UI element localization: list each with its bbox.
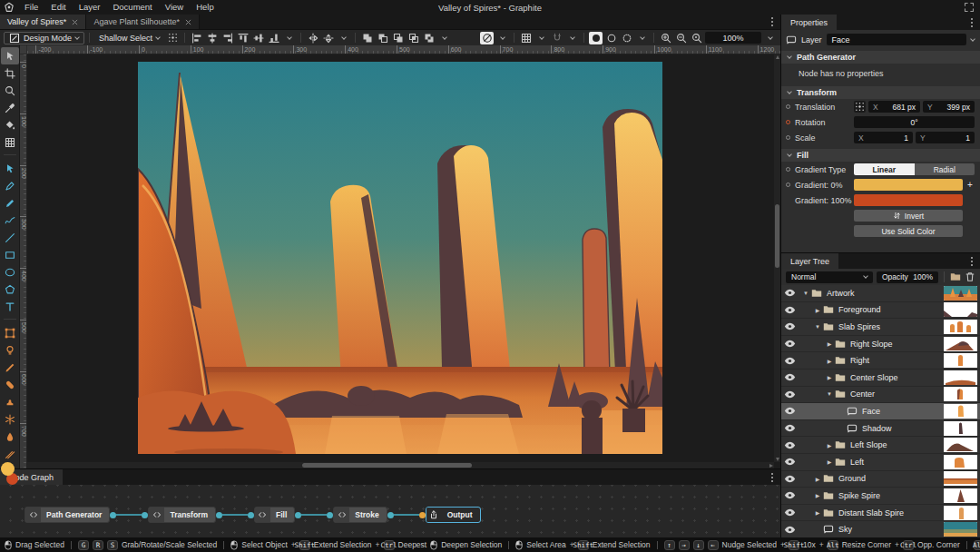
freehand-tool[interactable] xyxy=(1,194,19,212)
layer-visibility-icon[interactable] xyxy=(781,424,798,432)
fullscreen-icon[interactable] xyxy=(964,2,975,13)
section-header-path-generator[interactable]: Path Generator xyxy=(781,51,980,64)
gradient-stop-0-swatch[interactable] xyxy=(854,179,963,191)
expose-toggle[interactable] xyxy=(786,135,790,140)
tab-layer-tree[interactable]: Layer Tree xyxy=(781,253,838,269)
expand-collapse-arrow[interactable]: ▶ xyxy=(825,442,834,448)
view-mode-outline-button[interactable] xyxy=(604,32,618,44)
document-tab[interactable]: Agave Plant Silhouette* xyxy=(86,15,200,29)
detail-tool[interactable] xyxy=(1,428,19,445)
input-port[interactable] xyxy=(419,512,426,518)
line-tool[interactable] xyxy=(1,229,19,246)
gradient-stop-100-swatch[interactable] xyxy=(854,194,963,206)
flip-options-dropdown[interactable] xyxy=(337,32,350,44)
properties-options-icon[interactable] xyxy=(964,17,980,28)
brush-tool[interactable] xyxy=(1,359,19,376)
frame-tool[interactable] xyxy=(1,324,19,341)
zoom-in-button[interactable] xyxy=(659,32,672,44)
artboard-tool[interactable] xyxy=(1,64,19,82)
layer-visibility-icon[interactable] xyxy=(781,340,798,348)
layer-row-center[interactable]: ▼Center xyxy=(781,387,980,404)
menu-view[interactable]: View xyxy=(159,0,190,15)
layer-visibility-icon[interactable] xyxy=(781,373,798,381)
input-port[interactable] xyxy=(248,512,254,518)
layer-row-center-slope[interactable]: ▶Center Slope xyxy=(781,370,980,387)
zoom-level-field[interactable]: 100% xyxy=(705,32,761,44)
rotation-field[interactable]: 0° xyxy=(854,116,975,128)
relight-tool[interactable] xyxy=(1,445,19,462)
expand-collapse-arrow[interactable]: ▼ xyxy=(825,391,834,397)
node-fill[interactable]: Fill xyxy=(254,507,295,523)
output-port[interactable] xyxy=(110,512,116,518)
layer-row-ground[interactable]: ▶Ground xyxy=(781,471,980,488)
select-mode-dropdown[interactable]: Shallow Select xyxy=(94,32,164,44)
pivot-button[interactable] xyxy=(166,32,180,44)
section-header-transform[interactable]: Transform xyxy=(781,86,980,99)
snapping-dropdown[interactable] xyxy=(565,32,579,44)
fill-color-swatch[interactable] xyxy=(1,462,15,476)
gradient-type-radial[interactable]: Radial xyxy=(915,163,975,175)
eyedropper-tool[interactable] xyxy=(1,99,19,116)
expand-collapse-arrow[interactable]: ▼ xyxy=(813,324,822,330)
view-mode-normal-button[interactable] xyxy=(589,32,603,44)
new-folder-button[interactable] xyxy=(950,272,961,281)
section-header-fill[interactable]: Fill xyxy=(781,149,980,162)
tab-properties[interactable]: Properties xyxy=(781,15,837,30)
menu-file[interactable]: File xyxy=(18,0,44,15)
align-bottom-button[interactable] xyxy=(267,32,280,44)
expand-collapse-arrow[interactable]: ▶ xyxy=(825,340,834,347)
node-transform[interactable]: Transform xyxy=(148,507,216,523)
graphite-logo-icon[interactable] xyxy=(0,2,18,13)
layer-row-sky[interactable]: Sky xyxy=(781,521,980,537)
overlays-toggle[interactable] xyxy=(480,32,494,44)
snapping-grid-toggle[interactable] xyxy=(519,32,533,44)
layer-visibility-icon[interactable] xyxy=(781,508,798,517)
node-graph-canvas[interactable]: Path GeneratorTransformFillStrokeOutput xyxy=(0,485,780,537)
working-colors[interactable] xyxy=(1,462,19,485)
flip-vertical-button[interactable] xyxy=(321,32,335,44)
snapping-grid-dropdown[interactable] xyxy=(534,32,548,44)
menu-document[interactable]: Document xyxy=(106,0,158,15)
menu-layer[interactable]: Layer xyxy=(73,0,107,15)
layer-tree-options-icon[interactable] xyxy=(964,256,980,267)
opacity-slider[interactable]: Opacity 100% xyxy=(877,271,938,283)
layer-visibility-icon[interactable] xyxy=(781,458,798,466)
layer-visibility-icon[interactable] xyxy=(781,289,798,297)
ellipse-tool[interactable] xyxy=(1,263,19,281)
flip-horizontal-button[interactable] xyxy=(306,32,319,44)
boolean-subtract-front-button[interactable] xyxy=(376,32,389,44)
document-tab[interactable]: Valley of Spires* xyxy=(0,15,86,29)
layer-visibility-icon[interactable] xyxy=(781,441,798,449)
layer-row-shadow[interactable]: Shadow xyxy=(781,420,980,438)
layer-row-slab-spires[interactable]: ▼Slab Spires xyxy=(781,319,980,336)
layer-row-artwork[interactable]: ▼Artwork xyxy=(781,285,980,302)
zoom-out-button[interactable] xyxy=(674,32,688,44)
horizontal-scrollbar[interactable] xyxy=(27,462,774,468)
scale-x-field[interactable]: X 1 xyxy=(854,132,913,143)
expand-collapse-arrow[interactable]: ▶ xyxy=(825,358,834,364)
boolean-intersect-button[interactable] xyxy=(407,32,420,44)
delete-layer-button[interactable] xyxy=(965,271,975,282)
close-tab-icon[interactable] xyxy=(72,19,78,25)
layer-row-left[interactable]: ▶Left xyxy=(781,454,980,471)
expand-collapse-arrow[interactable]: ▶ xyxy=(813,476,822,482)
expand-collapse-arrow[interactable]: ▶ xyxy=(813,509,822,516)
spline-tool[interactable] xyxy=(1,212,19,229)
pen-tool[interactable] xyxy=(1,177,19,194)
patch-tool[interactable] xyxy=(1,410,19,428)
chevron-down-icon[interactable] xyxy=(970,36,975,42)
layer-visibility-icon[interactable] xyxy=(781,322,798,330)
boolean-subtract-back-button[interactable] xyxy=(391,32,405,44)
expose-toggle[interactable] xyxy=(786,167,790,172)
layer-visibility-icon[interactable] xyxy=(781,407,798,415)
expand-collapse-arrow[interactable]: ▶ xyxy=(825,374,834,380)
layer-row-right-slope[interactable]: ▶Right Slope xyxy=(781,336,980,353)
layer-row-right[interactable]: ▶Right xyxy=(781,352,980,370)
output-port[interactable] xyxy=(387,512,394,518)
blend-mode-dropdown[interactable]: Normal xyxy=(786,271,873,283)
horizontal-scrollbar-thumb[interactable] xyxy=(302,463,472,468)
align-vertical-center-button[interactable] xyxy=(251,32,265,44)
zoom-reset-button[interactable] xyxy=(690,32,703,44)
align-left-button[interactable] xyxy=(190,32,203,44)
scale-y-field[interactable]: Y 1 xyxy=(916,132,975,143)
